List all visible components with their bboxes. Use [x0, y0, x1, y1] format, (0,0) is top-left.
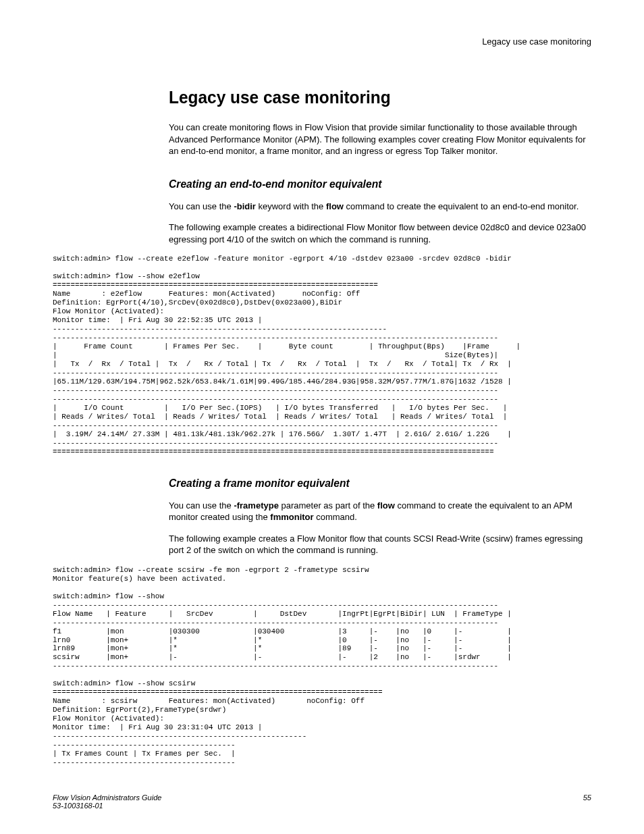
e2e-paragraph-2: The following example creates a bidirect…	[169, 221, 591, 245]
subsection-title-e2e: Creating an end-to-end monitor equivalen…	[169, 178, 558, 191]
running-header: Legacy use case monitoring	[53, 36, 591, 47]
keyword-flow: flow	[326, 201, 344, 211]
frame-paragraph-2: The following example creates a Flow Mon…	[169, 533, 591, 556]
text-run: You can use the	[169, 500, 234, 511]
subsection-title-frame: Creating a frame monitor equivalent	[169, 477, 558, 490]
intro-paragraph: You can create monitoring flows in Flow …	[169, 122, 591, 157]
text-run: You can use the	[169, 201, 234, 211]
text-run: keyword with the	[256, 201, 326, 211]
text-run: command.	[314, 512, 357, 522]
text-run: command to create the equivalent to an e…	[344, 201, 579, 211]
page-footer: Flow Vision Administrators Guide 53-1003…	[53, 793, 591, 810]
e2e-paragraph-1: You can use the -bidir keyword with the …	[169, 201, 591, 213]
text-run: parameter as part of the	[279, 500, 377, 511]
footer-left: Flow Vision Administrators Guide 53-1003…	[53, 793, 161, 810]
terminal-output-e2e: switch:admin> flow --create e2eflow -fea…	[53, 255, 591, 456]
footer-doc-number: 53-1003168-01	[53, 802, 103, 810]
keyword-fmmonitor: fmmonitor	[270, 512, 313, 522]
keyword-bidir: -bidir	[234, 201, 256, 211]
footer-page-number: 55	[583, 793, 591, 810]
terminal-output-frame: switch:admin> flow --create scsirw -fe m…	[53, 566, 591, 767]
frame-paragraph-1: You can use the -frametype parameter as …	[169, 500, 591, 523]
keyword-frametype: -frametype	[234, 500, 278, 511]
section-title: Legacy use case monitoring	[169, 87, 566, 108]
keyword-flow: flow	[377, 500, 395, 511]
footer-doc-title: Flow Vision Administrators Guide	[53, 793, 161, 802]
